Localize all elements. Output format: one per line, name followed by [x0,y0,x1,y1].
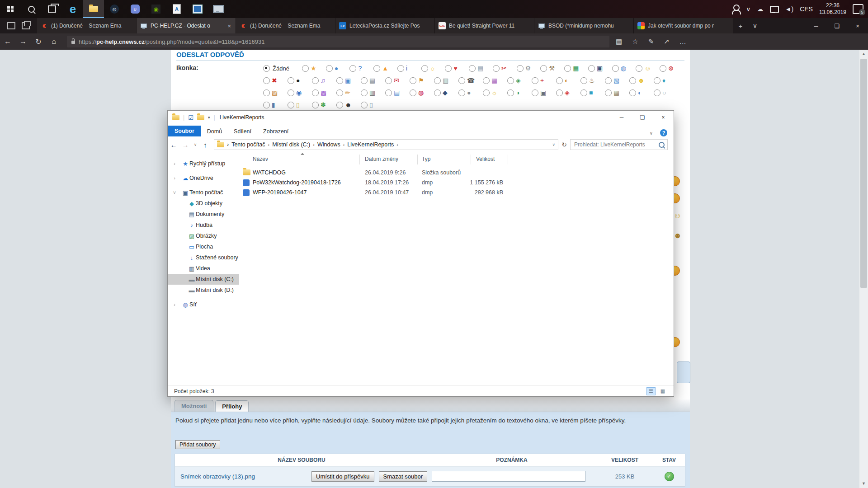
attachment-filename-link[interactable]: Snímek obrazovky (13).png [180,473,307,480]
taskbar-notepad-button[interactable]: A [166,0,187,18]
people-icon[interactable] [733,5,740,11]
add-files-button[interactable]: Přidat soubory [175,440,220,449]
radio[interactable] [493,65,500,72]
icon-option[interactable]: ◐ [629,89,654,96]
icon-option[interactable]: ✽ [312,102,336,108]
browser-tab[interactable]: BSOD (*minidump nemohu [534,18,634,33]
radio[interactable] [421,65,428,72]
nav-pane-item[interactable]: › ★ Rychlý přístup [168,158,239,169]
radio[interactable] [336,89,343,96]
radio[interactable] [434,77,441,84]
home-icon[interactable]: ⌂ [46,38,61,46]
network-icon[interactable] [770,6,779,13]
expand-chevron-icon[interactable]: ˅ [171,190,178,195]
icon-option[interactable]: ■ [580,89,605,96]
radio[interactable] [483,89,490,96]
radio[interactable] [588,65,595,72]
icon-option[interactable]: ▨ [263,89,288,96]
address-dropdown-chevron-icon[interactable]: ∨ [552,142,555,147]
taskbar-nvidia-button[interactable]: ◉ [146,0,166,18]
taskbar-computer-button[interactable] [208,0,229,18]
icon-option[interactable]: ▣ [588,65,612,72]
icon-option[interactable]: ◈ [507,77,532,84]
radio[interactable] [263,102,270,108]
icon-option[interactable]: i [397,65,421,72]
nav-history-chevron-icon[interactable]: ∨ [191,142,199,147]
page-scrollbar[interactable]: ▲ ▼ [859,50,868,488]
nav-pane-item[interactable]: ▤ Dokumenty [168,209,239,220]
icon-option[interactable]: ▣ [336,77,361,84]
radio[interactable] [654,89,660,96]
radio[interactable] [361,102,368,108]
explorer-search-input[interactable] [573,141,659,148]
tab-list-chevron-icon[interactable]: ∨ [748,18,762,33]
tab-close-icon[interactable]: × [226,23,232,29]
icon-option[interactable]: ● [326,65,350,72]
browser-tab[interactable]: € (1) Doručené – Seznam Ema [236,18,335,33]
radio[interactable] [580,77,587,84]
radio[interactable] [564,65,571,72]
new-folder-icon[interactable] [197,115,204,120]
thumbnails-view-button[interactable]: ▦ [658,387,667,395]
ribbon-tab[interactable]: Zobrazení [257,127,294,136]
properties-check-icon[interactable]: ☑ [188,114,193,121]
new-tab-button[interactable]: + [733,18,748,33]
url-field[interactable]: https://pc-help.cnews.cz/posting.php?mod… [67,36,609,47]
radio[interactable] [302,65,309,72]
icon-option[interactable]: ● [458,89,483,96]
icon-option[interactable]: ▤ [385,89,410,96]
icon-option[interactable]: ▮ [263,102,288,108]
icon-option[interactable]: ♨ [580,77,605,84]
radio[interactable] [373,65,380,72]
column-type[interactable]: Typ [422,156,430,162]
breadcrumb-chevron[interactable]: › [343,142,345,147]
language-indicator[interactable]: CES [800,5,813,13]
radio[interactable] [507,77,514,84]
share-icon[interactable]: ↗ [664,38,670,46]
icon-option[interactable]: ♦ [654,77,678,84]
icon-option[interactable]: ◐ [556,77,580,84]
file-row[interactable]: PoW32kWatchdog-20190418-1726 18.04.2019 … [239,178,674,188]
radio[interactable] [410,77,416,84]
radio[interactable] [483,77,490,84]
icon-option[interactable]: ▩ [312,89,336,96]
icon-option[interactable]: ♫ [312,77,336,84]
nav-back-icon[interactable]: ← [168,141,179,149]
radio[interactable] [458,77,465,84]
icon-option[interactable]: ⊗ [660,65,684,72]
breadcrumb-chevron[interactable]: › [268,142,270,147]
breadcrumb-item[interactable]: Windows › [317,141,344,148]
onedrive-cloud-icon[interactable]: ☁ [757,5,764,13]
browser-minimize-button[interactable]: ─ [806,18,826,33]
attachment-note-input[interactable] [432,471,585,482]
icon-option[interactable]: ▦ [605,89,629,96]
scrollbar-thumb[interactable] [860,59,867,288]
radio[interactable] [326,65,333,72]
nav-pane-item[interactable]: ◆ 3D objekty [168,198,239,209]
radio[interactable] [336,102,343,108]
icon-option[interactable]: ? [349,65,373,72]
breadcrumb-item[interactable]: LiveKernelReports › [347,141,398,148]
icon-option[interactable]: ◉ [288,89,312,96]
radio[interactable] [434,89,441,96]
icon-option[interactable]: ◑ [507,89,532,96]
breadcrumb-bar[interactable]: › Tento počítač › Místní disk (C:) › Win… [214,139,558,150]
refresh-icon[interactable]: ↻ [31,38,46,46]
radio[interactable] [445,65,452,72]
volume-icon[interactable]: ◄) [785,5,794,13]
nav-up-icon[interactable]: ↑ [199,141,211,149]
explorer-close-button[interactable]: × [653,111,674,124]
taskbar-office-button[interactable] [187,0,208,18]
radio[interactable] [263,89,270,96]
explorer-maximize-button[interactable]: ❏ [632,111,653,124]
icon-option[interactable]: ▯ [288,102,312,108]
smiley-lightbulb-icon[interactable]: ☺ [674,211,681,221]
icon-option[interactable]: ✂ [493,65,517,72]
icon-option[interactable]: ▤ [469,65,493,72]
tabs-preview-icon[interactable] [22,22,30,29]
file-name[interactable]: PoW32kWatchdog-20190418-1726 [253,179,341,186]
nav-pane-item[interactable]: ▬ Místní disk (D:) [168,285,239,296]
icon-option[interactable]: ● [288,77,312,84]
radio[interactable] [336,77,343,84]
browser-tab[interactable]: Jak otevřít soubor dmp po r [634,18,733,33]
